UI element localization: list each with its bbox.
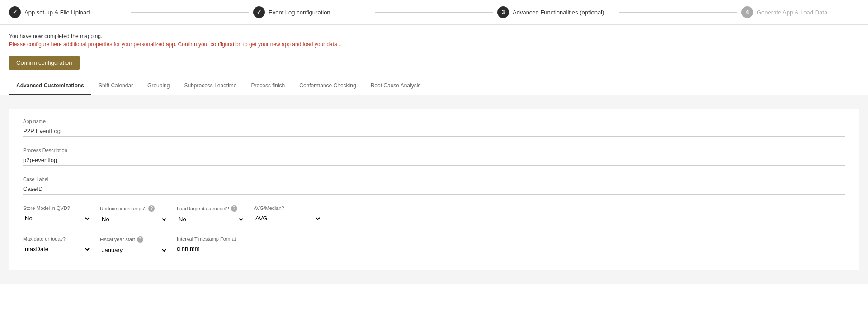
confirm-button[interactable]: Confirm configuration [9,56,80,70]
tab-root-cause-analysis[interactable]: Root Cause Analysis [363,77,428,95]
step-connector-3 [619,12,737,13]
process-desc-label: Process Description [23,147,845,153]
avg-median-group: AVG/Median? AVG Median [254,205,321,225]
info-line1: You have now completed the mapping. [9,32,859,40]
reduce-timestamps-label: Reduce timestamps? ? [100,205,168,212]
max-date-select[interactable]: maxDate today [23,243,91,255]
store-model-select[interactable]: No Yes [23,213,91,224]
tab-grouping[interactable]: Grouping [140,77,177,95]
step-3-label: Advanced Functionalities (optional) [513,9,604,16]
avg-median-select[interactable]: AVG Median [254,213,321,224]
fiscal-year-label: Fiscal year start ? [100,236,168,243]
load-large-data-help-icon[interactable]: ? [231,205,237,212]
step-2-label: Event Log configuration [269,9,330,16]
step-2-circle: ✓ [253,6,265,18]
content-area: App name Process Description Case-Label … [0,95,868,284]
store-model-label: Store Model in QVD? [23,205,91,211]
step-1-label: App set-up & File Upload [24,9,90,16]
case-label-group: Case-Label [23,176,845,195]
tab-process-finish[interactable]: Process finish [244,77,292,95]
load-large-data-label: Load large data model? ? [177,205,245,212]
app-name-label: App name [23,119,845,124]
load-large-data-select[interactable]: No Yes [177,214,245,225]
info-line2: Please configure here additional propert… [9,40,859,48]
reduce-timestamps-select[interactable]: No Yes [100,214,168,225]
interval-ts-group: Interval Timestamp Format [177,236,245,256]
reduce-timestamps-group: Reduce timestamps? ? No Yes [100,205,168,225]
tab-subprocess-leadtime[interactable]: Subprocess Leadtime [177,77,244,95]
step-4-label: Generate App & Load Data [757,9,827,16]
tab-conformance-checking[interactable]: Conformance Checking [292,77,363,95]
interval-ts-label: Interval Timestamp Format [177,236,245,242]
process-desc-input[interactable] [23,155,845,166]
load-large-data-group: Load large data model? ? No Yes [177,205,245,225]
step-3: 3 Advanced Functionalities (optional) [497,6,615,18]
dropdowns-row-1: Store Model in QVD? No Yes Reduce timest… [23,205,845,225]
case-label-input[interactable] [23,184,845,195]
max-date-group: Max date or today? maxDate today [23,236,91,256]
step-1: ✓ App set-up & File Upload [9,6,127,18]
avg-median-label: AVG/Median? [254,205,321,211]
info-section: You have now completed the mapping. Plea… [0,25,868,52]
reduce-timestamps-help-icon[interactable]: ? [148,205,155,212]
case-label-label: Case-Label [23,176,845,182]
fiscal-year-help-icon[interactable]: ? [137,236,143,243]
step-connector-2 [375,12,493,13]
tab-advanced-customizations[interactable]: Advanced Customizations [9,77,91,95]
app-name-group: App name [23,119,845,137]
process-desc-group: Process Description [23,147,845,166]
step-2: ✓ Event Log configuration [253,6,371,18]
max-date-label: Max date or today? [23,236,91,242]
step-3-circle: 3 [497,6,509,18]
stepper: ✓ App set-up & File Upload ✓ Event Log c… [0,0,868,25]
dropdowns-row-2: Max date or today? maxDate today Fiscal … [23,236,845,256]
app-name-input[interactable] [23,126,845,137]
form-card: App name Process Description Case-Label … [9,109,859,270]
store-model-group: Store Model in QVD? No Yes [23,205,91,225]
tab-shift-calendar[interactable]: Shift Calendar [91,77,140,95]
step-1-circle: ✓ [9,6,21,18]
step-4: 4 Generate App & Load Data [741,6,859,18]
step-connector-1 [131,12,249,13]
step-4-circle: 4 [741,6,753,18]
interval-ts-input[interactable] [177,243,245,254]
fiscal-year-group: Fiscal year start ? JanuaryFebruaryMarch… [100,236,168,256]
tabs-container: Advanced Customizations Shift Calendar G… [0,77,868,95]
fiscal-year-select[interactable]: JanuaryFebruaryMarch AprilMayJune JulyAu… [100,244,168,256]
